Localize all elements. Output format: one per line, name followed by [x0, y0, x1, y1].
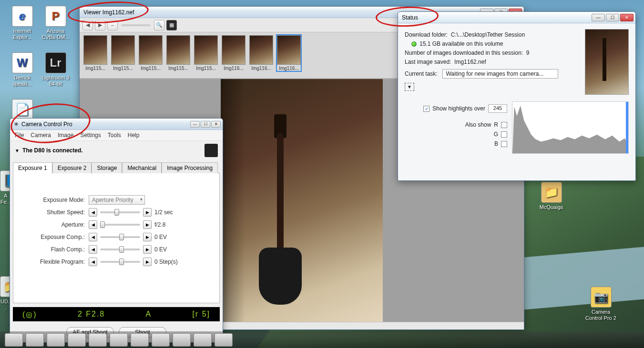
- expcomp-inc-button[interactable]: ▶: [143, 233, 152, 241]
- flexprog-slider[interactable]: [100, 261, 140, 263]
- menu-file[interactable]: File: [15, 132, 24, 139]
- zoom-slider[interactable]: [122, 24, 150, 26]
- folder-mcquaigs-label: McQuaigs: [536, 204, 567, 210]
- last-image-label: Last image saved:: [405, 59, 451, 65]
- thumb-5[interactable]: Img116...: [222, 35, 245, 71]
- task-item[interactable]: [215, 333, 233, 347]
- exposure-mode-select[interactable]: Aperture Priority: [89, 195, 145, 205]
- thumb-2[interactable]: Img115...: [139, 35, 163, 71]
- ccp-titlebar[interactable]: ✳ Camera Control Pro — ☐ ✕: [10, 119, 223, 130]
- expcomp-slider[interactable]: [100, 236, 140, 238]
- flexprog-inc-button[interactable]: ▶: [143, 258, 152, 266]
- word-label: Derrick speaki...: [7, 75, 38, 87]
- ie-glyph: e: [12, 6, 33, 27]
- aperture-dec-button[interactable]: ◀: [89, 220, 97, 229]
- lightroom-icon[interactable]: Lr Lightroom 3 64-bit: [40, 52, 71, 87]
- ccp2-shortcut[interactable]: 📷 Camera Control Pro 2: [585, 287, 616, 321]
- flashcomp-dec-button[interactable]: ◀: [89, 245, 97, 254]
- flashcomp-slider[interactable]: [100, 249, 140, 250]
- play-button[interactable]: ▶: [95, 20, 105, 30]
- ccp-menubar: File Camera Image Settings Tools Help: [10, 130, 223, 141]
- task-item[interactable]: [194, 333, 212, 347]
- channel-g-checkbox[interactable]: [501, 131, 507, 138]
- prev-button[interactable]: ◀: [82, 20, 93, 30]
- flashcomp-value: 0 EV: [154, 246, 183, 253]
- menu-tools[interactable]: Tools: [108, 132, 121, 139]
- expcomp-label: Exposure Comp.:: [22, 234, 89, 240]
- thumb-3[interactable]: Img115...: [166, 35, 190, 71]
- task-item[interactable]: [26, 333, 44, 347]
- ccp-close-button[interactable]: ✕: [211, 121, 221, 128]
- tab-exposure-2[interactable]: Exposure 2: [52, 162, 92, 173]
- thumb-0[interactable]: Img115...: [83, 35, 107, 71]
- ppt-icon[interactable]: P Arizona CVBs-DM...: [40, 6, 71, 40]
- camera-thumbnail-icon: [204, 144, 218, 157]
- task-item[interactable]: [5, 333, 23, 347]
- shutter-slider[interactable]: [100, 211, 140, 213]
- ccp-tabs: Exposure 1 Exposure 2 Storage Mechanical…: [13, 162, 220, 173]
- notepad-glyph: 📄: [12, 99, 33, 120]
- flexprog-dec-button[interactable]: ◀: [89, 258, 97, 266]
- ccp-max-button[interactable]: ☐: [201, 121, 210, 128]
- tabpage-exposure-1: Exposure Mode: Aperture Priority Shutter…: [13, 173, 220, 303]
- channel-b-checkbox[interactable]: [501, 141, 507, 147]
- show-highlights-input[interactable]: 245: [488, 104, 507, 113]
- current-task-value: Waiting for new images from camera...: [442, 69, 558, 79]
- shutter-label: Shutter Speed:: [22, 209, 89, 216]
- channel-r-label: R: [494, 121, 498, 128]
- thumb-7[interactable]: Img116...: [277, 35, 301, 71]
- status-min-button[interactable]: —: [592, 14, 605, 21]
- menu-help[interactable]: Help: [128, 132, 140, 139]
- tab-exposure-1[interactable]: Exposure 1: [13, 162, 52, 173]
- task-item[interactable]: [89, 333, 107, 347]
- tab-image-processing[interactable]: Image Processing: [162, 162, 218, 173]
- flashcomp-label: Flash Comp.:: [22, 246, 89, 253]
- lr-glyph: Lr: [45, 52, 66, 73]
- taskbar[interactable]: [0, 331, 644, 348]
- menu-camera[interactable]: Camera: [31, 132, 51, 139]
- expand-triangle-icon[interactable]: ▼: [15, 148, 20, 153]
- channel-r-checkbox[interactable]: [501, 122, 507, 128]
- aperture-label: Aperture:: [22, 221, 89, 228]
- thumb-4[interactable]: Img115...: [194, 35, 218, 71]
- lcd-panel: (◎) 2 F2.8 A [r 5]: [13, 307, 220, 321]
- show-highlights-checkbox[interactable]: ✓: [423, 106, 429, 112]
- status-titlebar[interactable]: Status — ☐ ✕: [398, 12, 635, 23]
- thumb-1[interactable]: Img115...: [111, 35, 135, 71]
- ie-icon[interactable]: e Internet Explor...: [7, 6, 38, 40]
- status-max-button[interactable]: ☐: [606, 14, 619, 21]
- histogram: [512, 101, 629, 154]
- aperture-slider[interactable]: [100, 224, 140, 226]
- ccp-min-button[interactable]: —: [190, 121, 200, 128]
- task-item[interactable]: [47, 333, 65, 347]
- aperture-value: f/2.8: [154, 221, 183, 228]
- menu-settings[interactable]: Settings: [80, 132, 101, 139]
- tab-mechanical[interactable]: Mechanical: [122, 162, 162, 173]
- task-item[interactable]: [152, 333, 170, 347]
- task-item[interactable]: [68, 333, 86, 347]
- shutter-inc-button[interactable]: ▶: [143, 208, 152, 217]
- zoom-in-button[interactable]: 🔍: [154, 20, 164, 30]
- flashcomp-inc-button[interactable]: ▶: [143, 245, 152, 254]
- download-folder-value: C:\...\Desktop\Tether Session: [451, 31, 525, 38]
- status-title: Status: [402, 14, 418, 21]
- last-image-value: Img1162.nef: [454, 59, 486, 65]
- menu-image[interactable]: Image: [58, 132, 73, 139]
- tab-storage[interactable]: Storage: [92, 162, 122, 173]
- task-item[interactable]: [131, 333, 149, 347]
- grid-toggle-button[interactable]: ▦: [166, 20, 177, 30]
- shutter-dec-button[interactable]: ◀: [89, 208, 97, 217]
- zoom-out-button[interactable]: −: [107, 20, 118, 30]
- thumb-6[interactable]: Img116...: [249, 35, 273, 71]
- status-close-button[interactable]: ✕: [620, 14, 634, 21]
- ppt-glyph: P: [45, 6, 66, 27]
- ccp2-shortcut-label: Camera Control Pro 2: [585, 309, 616, 321]
- word-icon[interactable]: W Derrick speaki...: [7, 52, 38, 87]
- expcomp-dec-button[interactable]: ◀: [89, 233, 97, 241]
- aperture-inc-button[interactable]: ▶: [143, 220, 152, 229]
- task-item[interactable]: [110, 333, 128, 347]
- folder-mcquaigs[interactable]: 📁 McQuaigs: [536, 182, 567, 210]
- expand-button[interactable]: ▼: [405, 83, 414, 91]
- flexprog-label: Flexible Program:: [22, 259, 89, 265]
- task-item[interactable]: [173, 333, 191, 347]
